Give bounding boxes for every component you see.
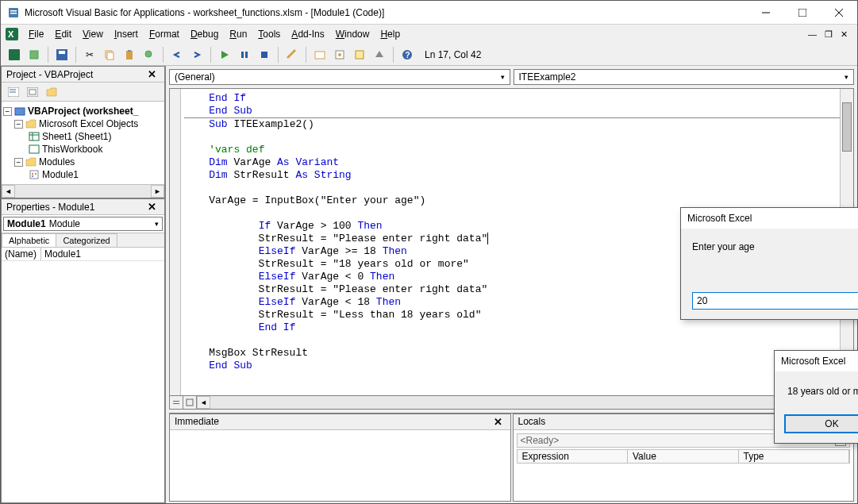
main-area: Project - VBAProject ✕ −VBAProject (work…	[1, 66, 857, 503]
menu-insert[interactable]: Insert	[109, 27, 144, 41]
tree-sheet1[interactable]: Sheet1 (Sheet1)	[3, 130, 163, 143]
code-hscroll[interactable]	[210, 396, 840, 409]
msgbox-dialog: Microsoft Excel✕ 18 years old or more OK	[774, 350, 858, 444]
svg-rect-15	[126, 51, 133, 60]
view-code-button[interactable]	[5, 83, 22, 101]
code-dropdowns: (General)▾ ITEExample2▾	[166, 66, 857, 88]
close-button[interactable]	[821, 1, 857, 24]
project-explorer-button[interactable]	[311, 46, 329, 63]
project-hscroll[interactable]: ◄►	[2, 184, 164, 198]
main-window: Microsoft Visual Basic for Applications …	[0, 0, 858, 504]
svg-rect-1	[10, 10, 17, 12]
run-button[interactable]	[216, 46, 233, 63]
svg-rect-4	[798, 9, 806, 17]
toolbox-button[interactable]	[371, 46, 388, 63]
window-controls	[748, 1, 857, 24]
maximize-button[interactable]	[784, 1, 821, 24]
menu-debug[interactable]: Debug	[185, 27, 224, 41]
svg-point-41	[35, 173, 37, 175]
paste-button[interactable]	[121, 46, 138, 63]
cut-button[interactable]: ✂	[81, 46, 98, 63]
svg-rect-38	[29, 145, 39, 153]
menu-help[interactable]: Help	[375, 27, 406, 41]
menu-file[interactable]: File	[23, 27, 49, 41]
bottom-panels: Immediate✕ Locals✕ <Ready>... Expression…	[169, 413, 854, 502]
svg-rect-16	[128, 50, 131, 52]
design-mode-button[interactable]	[283, 46, 301, 63]
full-view-button[interactable]	[183, 396, 197, 409]
svg-rect-12	[59, 51, 65, 54]
properties-close-button[interactable]: ✕	[144, 201, 160, 213]
svg-point-42	[32, 175, 33, 177]
property-row[interactable]: (Name) Module1	[2, 248, 164, 261]
code-column: (General)▾ ITEExample2▾ End If End Sub S…	[166, 66, 857, 503]
save-button[interactable]	[53, 46, 71, 63]
reset-button[interactable]	[256, 46, 273, 63]
properties-title: Properties - Module1 ✕	[2, 199, 164, 215]
locals-columns: ExpressionValueType	[517, 449, 851, 464]
code-margin[interactable]	[170, 89, 181, 395]
object-browser-button[interactable]	[351, 46, 368, 63]
tab-alphabetic[interactable]: Alphabetic	[2, 233, 56, 247]
tab-categorized[interactable]: Categorized	[56, 233, 117, 247]
svg-rect-19	[241, 52, 244, 58]
toggle-folders-button[interactable]	[43, 83, 60, 101]
properties-panel: Properties - Module1 ✕ Module1 Module▾ A…	[1, 198, 165, 503]
help-button[interactable]: ?	[398, 46, 416, 63]
mdi-minimize-button[interactable]: —	[805, 29, 820, 40]
svg-text:X: X	[8, 29, 14, 39]
menubar: X FileEditViewInsertFormatDebugRunToolsA…	[1, 25, 857, 44]
svg-rect-10	[30, 51, 38, 59]
undo-button[interactable]	[168, 46, 186, 63]
procedure-view-button[interactable]	[170, 396, 183, 409]
svg-rect-43	[173, 401, 179, 402]
menu-tools[interactable]: Tools	[252, 27, 286, 41]
break-button[interactable]	[236, 46, 253, 63]
msgbox-ok-button[interactable]: OK	[784, 414, 858, 433]
project-close-button[interactable]: ✕	[144, 68, 160, 80]
copy-button[interactable]	[101, 46, 118, 63]
inputbox-input[interactable]	[692, 292, 858, 310]
cursor-position: Ln 17, Col 42	[425, 49, 481, 60]
svg-rect-23	[315, 52, 325, 59]
app-icon	[7, 6, 20, 19]
project-tree[interactable]: −VBAProject (worksheet_ −Microsoft Excel…	[2, 102, 164, 184]
object-dropdown[interactable]: (General)▾	[169, 69, 510, 85]
window-title: Microsoft Visual Basic for Applications …	[25, 7, 748, 18]
menu-run[interactable]: Run	[224, 27, 252, 41]
mdi-restore-button[interactable]: ❐	[821, 29, 836, 40]
menu-format[interactable]: Format	[144, 27, 185, 41]
menu-view[interactable]: View	[77, 27, 109, 41]
toolbar: ✂ ? Ln 17, Col 42	[1, 44, 857, 66]
svg-point-17	[145, 51, 152, 57]
menu-edit[interactable]: Edit	[49, 27, 77, 41]
tree-workbook[interactable]: ThisWorkbook	[3, 143, 163, 156]
insert-button[interactable]	[25, 46, 43, 63]
svg-marker-22	[287, 49, 296, 59]
msgbox-message: 18 years old or more	[784, 386, 858, 397]
redo-button[interactable]	[188, 46, 206, 63]
find-button[interactable]	[140, 46, 158, 63]
excel-icon[interactable]: X	[4, 26, 20, 42]
svg-rect-21	[261, 52, 267, 58]
svg-point-40	[32, 173, 33, 175]
properties-object-dropdown[interactable]: Module1 Module▾	[2, 215, 164, 233]
left-column: Project - VBAProject ✕ −VBAProject (work…	[1, 66, 166, 503]
minimize-button[interactable]	[748, 1, 784, 24]
mdi-close-button[interactable]: ✕	[837, 29, 851, 40]
procedure-dropdown[interactable]: ITEExample2▾	[514, 69, 855, 85]
view-object-button[interactable]	[24, 83, 41, 101]
svg-rect-20	[245, 52, 248, 58]
menu-window[interactable]: Window	[330, 27, 375, 41]
svg-text:?: ?	[406, 51, 410, 60]
project-toolbar	[2, 83, 164, 102]
properties-button[interactable]	[331, 46, 348, 63]
properties-tabs: Alphabetic Categorized	[2, 233, 164, 248]
menu-add-ins[interactable]: Add-Ins	[286, 27, 329, 41]
svg-rect-33	[29, 90, 36, 94]
tree-module1[interactable]: Module1	[3, 168, 163, 181]
view-excel-button[interactable]	[6, 46, 23, 63]
immediate-close-button[interactable]: ✕	[491, 416, 506, 428]
immediate-body[interactable]	[170, 430, 510, 501]
svg-marker-18	[221, 51, 229, 59]
